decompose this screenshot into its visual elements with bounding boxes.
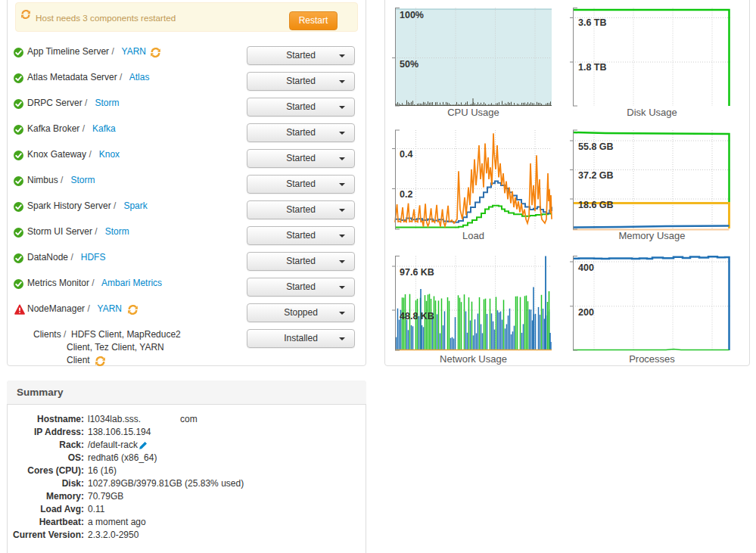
svg-text:37.2 GB: 37.2 GB [578, 170, 614, 181]
svg-text:48.8 KB: 48.8 KB [400, 311, 434, 322]
svg-text:0.4: 0.4 [400, 149, 412, 160]
svg-text:97.6 KB: 97.6 KB [400, 267, 434, 278]
svg-text:50%: 50% [400, 59, 418, 70]
svg-text:55.8 GB: 55.8 GB [578, 141, 614, 152]
svg-text:Network Usage: Network Usage [440, 353, 507, 365]
svg-text:0.2: 0.2 [400, 189, 412, 200]
svg-text:3.6 TB: 3.6 TB [578, 17, 607, 28]
svg-text:CPU Usage: CPU Usage [447, 107, 499, 118]
svg-text:Memory Usage: Memory Usage [618, 230, 685, 241]
svg-text:18.6 GB: 18.6 GB [578, 200, 614, 210]
svg-text:400: 400 [578, 263, 594, 273]
svg-text:200: 200 [578, 307, 594, 318]
svg-text:Disk Usage: Disk Usage [627, 107, 677, 118]
svg-text:1.8 TB: 1.8 TB [578, 62, 607, 73]
svg-text:100%: 100% [400, 10, 424, 20]
svg-text:Processes: Processes [629, 353, 675, 365]
svg-text:Load: Load [462, 230, 484, 241]
